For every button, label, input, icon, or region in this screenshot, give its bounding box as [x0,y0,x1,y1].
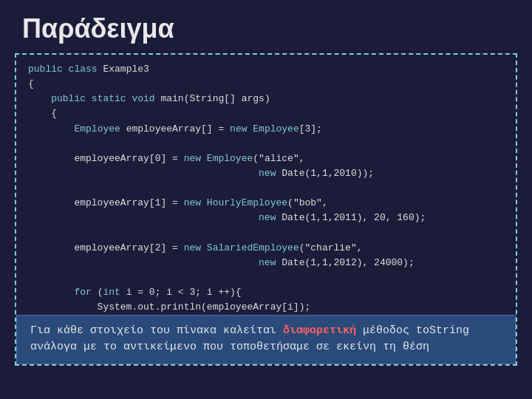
code-line-14: new Date(1,1,2012), 24000); [28,256,504,270]
tooltip-text-before: Για κάθε στοιχείο του πίνακα καλείται [30,324,283,337]
code-line-8: new Date(1,1,2010)); [28,166,504,181]
code-box: public class Example3 { public static vo… [15,53,517,366]
slide: Παράδειγμα public class Example3 { publi… [0,0,532,399]
tooltip-text-after: μέθοδος toString [356,324,469,337]
code-line-11: new Date(1,1,2011), 20, 160); [28,211,504,225]
code-line-10: employeeArray[1] = new HourlyEmployee("b… [28,196,504,211]
code-line-9 [28,181,504,196]
code-line-4: { [28,106,504,121]
code-line-15 [28,270,504,285]
tooltip-highlight: διαφορετική [283,324,356,337]
code-line-3: public static void main(String[] args) [28,92,504,106]
code-line-2: { [28,77,504,92]
tooltip-box: Για κάθε στοιχείο του πίνακα καλείται δι… [16,315,516,364]
code-line-5: Employee employeeArray[] = new Employee[… [28,122,504,137]
code-line-12 [28,226,504,241]
code-line-1: public class Example3 [28,62,504,77]
code-line-16: for (int i = 0; i < 3; i ++){ [28,285,504,300]
code-line-6 [28,137,504,151]
code-line-13: employeeArray[2] = new SalariedEmployee(… [28,241,504,256]
tooltip-line2: ανάλογα με το αντικείμενο που τοποθετήσα… [30,341,429,353]
code-line-17: System.out.println(employeeArray[i]); [28,300,504,315]
slide-title: Παράδειγμα [0,0,532,53]
code-line-7: employeeArray[0] = new Employee("alice", [28,151,504,166]
